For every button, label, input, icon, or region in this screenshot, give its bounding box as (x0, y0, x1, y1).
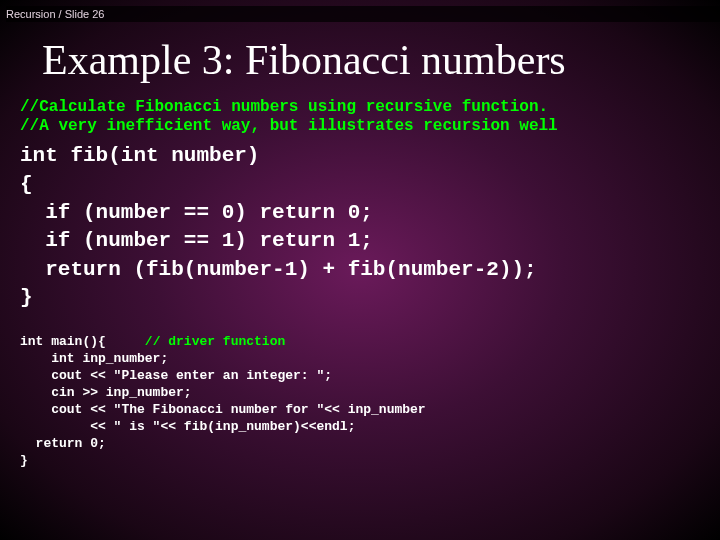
driver-comment: // driver function (145, 334, 285, 349)
slide-title: Example 3: Fibonacci numbers (42, 36, 720, 84)
breadcrumb: Recursion / Slide 26 (6, 6, 720, 22)
driver-main-signature: int main(){ (20, 334, 145, 349)
comment-line-1: //Calculate Fibonacci numbers using recu… (20, 98, 548, 116)
driver-function-code: int main(){ // driver function int inp_n… (20, 334, 720, 469)
fib-function-code: int fib(int number) { if (number == 0) r… (20, 142, 720, 312)
comment-line-2: //A very inefficient way, but illustrate… (20, 117, 558, 135)
code-comment-block: //Calculate Fibonacci numbers using recu… (20, 98, 720, 136)
driver-body: int inp_number; cout << "Please enter an… (20, 351, 426, 467)
